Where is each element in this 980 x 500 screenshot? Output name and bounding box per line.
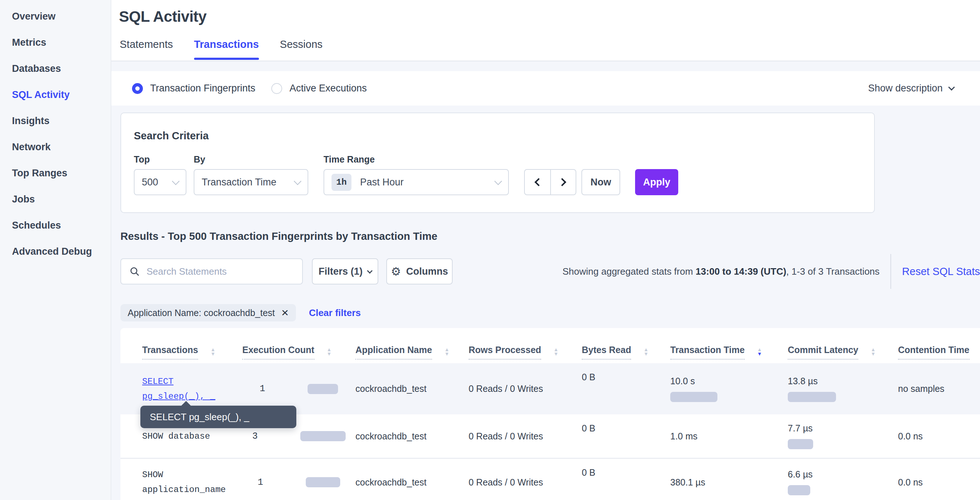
transaction-time-cell: 10.0 s: [670, 363, 788, 414]
sidebar-item-schedules[interactable]: Schedules: [0, 212, 111, 238]
top-select-value: 500: [142, 177, 158, 188]
transaction-link[interactable]: SHOW: [142, 467, 242, 482]
radio-transaction-fingerprints[interactable]: Transaction Fingerprints: [132, 83, 255, 94]
sidebar-item-metrics[interactable]: Metrics: [0, 29, 111, 56]
column-header-contention-time[interactable]: Contention Time ▲▼: [898, 345, 980, 360]
time-range-badge: 1h: [331, 174, 352, 191]
table-header-row: Transactions ▲▼ Execution Count ▲▼ Appli…: [121, 328, 980, 363]
filter-chip-application-name: Application Name: cockroachdb_test ×: [121, 304, 296, 322]
radio-unselected-icon: [271, 83, 282, 94]
search-criteria-controls: Top 500 By Transaction Time Time Range: [134, 154, 874, 195]
now-button[interactable]: Now: [581, 169, 620, 195]
transaction-link[interactable]: pg_sleep(_), _: [142, 389, 242, 404]
column-header-commit-latency[interactable]: Commit Latency ▲▼: [788, 345, 898, 360]
search-criteria-card: Search Criteria Top 500 By Transaction T…: [121, 113, 875, 213]
tab-transactions[interactable]: Transactions: [194, 38, 259, 60]
column-header-execution-count[interactable]: Execution Count ▲▼: [242, 345, 355, 360]
sidebar-item-databases[interactable]: Databases: [0, 56, 111, 82]
sql-tooltip: SELECT pg_sleep(_), _: [140, 406, 296, 428]
radio-active-executions[interactable]: Active Executions: [271, 83, 367, 94]
chevron-right-icon: [558, 178, 566, 186]
next-time-button[interactable]: [550, 170, 576, 194]
tab-statements[interactable]: Statements: [120, 38, 173, 60]
commit-latency-bar: [788, 392, 836, 402]
sort-icon[interactable]: ▲▼: [210, 347, 215, 360]
sidebar: Overview Metrics Databases SQL Activity …: [0, 0, 111, 500]
sidebar-item-insights[interactable]: Insights: [0, 108, 111, 134]
rows-processed-cell: 0 Reads / 0 Writes: [469, 363, 582, 414]
sidebar-item-overview[interactable]: Overview: [0, 3, 111, 29]
column-header-transactions[interactable]: Transactions ▲▼: [142, 345, 242, 360]
execution-count-bar: [306, 477, 340, 487]
sort-icon-active-desc[interactable]: ▲▼: [757, 347, 762, 360]
close-icon[interactable]: ×: [282, 308, 289, 317]
time-range-field: Time Range 1h Past Hour: [323, 154, 517, 195]
tab-sessions[interactable]: Sessions: [280, 38, 323, 60]
sort-icon[interactable]: ▲▼: [554, 347, 558, 360]
bytes-read-cell: 0 B: [582, 459, 670, 500]
commit-latency-cell: 6.6 µs: [788, 459, 898, 500]
search-icon: [129, 266, 140, 277]
sort-icon[interactable]: ▲▼: [643, 347, 649, 360]
transaction-link[interactable]: SELECT: [142, 374, 242, 389]
chevron-down-icon: [172, 177, 180, 185]
results-toolbar: Filters (1) ⚙ Columns Showing aggregated…: [121, 254, 980, 289]
sort-icon[interactable]: ▲▼: [327, 347, 332, 360]
bytes-read-cell: 0 B: [582, 363, 670, 414]
sidebar-item-sql-activity[interactable]: SQL Activity: [0, 82, 111, 108]
apply-button[interactable]: Apply: [635, 169, 678, 195]
radio-selected-icon: [132, 83, 143, 94]
chevron-down-icon: [367, 268, 372, 274]
clear-filters-link[interactable]: Clear filters: [309, 307, 361, 318]
show-description-label: Show description: [868, 83, 943, 94]
by-select-value: Transaction Time: [202, 177, 276, 188]
show-description-toggle[interactable]: Show description: [868, 83, 954, 94]
reset-sql-stats-link[interactable]: Reset SQL Stats: [902, 266, 980, 277]
search-statements-box: [121, 258, 303, 285]
top-select[interactable]: 500: [134, 169, 186, 195]
rows-processed-cell: 0 Reads / 0 Writes: [469, 459, 582, 500]
column-header-rows-processed[interactable]: Rows Processed ▲▼: [469, 345, 582, 360]
by-label: By: [194, 154, 316, 165]
by-select[interactable]: Transaction Time: [194, 169, 308, 195]
columns-button[interactable]: ⚙ Columns: [386, 258, 453, 285]
transaction-time-cell: 1.0 ms: [670, 414, 788, 458]
time-range-select[interactable]: 1h Past Hour: [323, 169, 509, 195]
chevron-down-icon: [294, 177, 301, 185]
chevron-down-icon: [948, 84, 955, 90]
sort-icon[interactable]: ▲▼: [444, 347, 449, 360]
vertical-divider: [891, 254, 891, 289]
radio-label: Active Executions: [290, 83, 367, 94]
transaction-time-bar: [670, 392, 718, 402]
contention-time-cell: 0.0 ns: [898, 459, 980, 500]
transaction-link[interactable]: SHOW database: [142, 429, 242, 444]
aggregated-stats-text: Showing aggregated stats from 13:00 to 1…: [563, 266, 880, 277]
sort-icon[interactable]: ▲▼: [870, 347, 875, 360]
filters-label: Filters (1): [318, 266, 363, 277]
page-header: SQL Activity Statements Transactions Ses…: [111, 0, 980, 61]
main-content: SQL Activity Statements Transactions Ses…: [111, 0, 980, 500]
transaction-link[interactable]: application_name: [142, 482, 242, 497]
sidebar-item-network[interactable]: Network: [0, 134, 111, 160]
column-header-bytes-read[interactable]: Bytes Read ▲▼: [582, 345, 670, 360]
application-name-cell: cockroachdb_test: [355, 459, 469, 500]
table-row: SHOW application_name 1 cockroachdb_test…: [121, 458, 980, 500]
sidebar-item-advanced-debug[interactable]: Advanced Debug: [0, 238, 111, 264]
transactions-table: Transactions ▲▼ Execution Count ▲▼ Appli…: [121, 328, 980, 500]
commit-latency-bar: [788, 439, 813, 449]
filter-chip-label: Application Name: cockroachdb_test: [128, 308, 275, 318]
sidebar-item-jobs[interactable]: Jobs: [0, 186, 111, 212]
transaction-fingerprint-cell: SHOW application_name: [142, 459, 242, 500]
columns-label: Columns: [406, 266, 448, 277]
time-range-value: Past Hour: [360, 177, 404, 188]
sidebar-item-top-ranges[interactable]: Top Ranges: [0, 160, 111, 186]
filters-button[interactable]: Filters (1): [312, 258, 378, 285]
previous-time-button[interactable]: [525, 170, 550, 194]
column-header-transaction-time[interactable]: Transaction Time ▲▼: [670, 345, 788, 360]
top-field: Top 500: [134, 154, 186, 195]
contention-time-cell: no samples: [898, 363, 980, 414]
column-header-application-name[interactable]: Application Name ▲▼: [355, 345, 469, 360]
commit-latency-cell: 13.8 µs: [788, 363, 898, 414]
search-statements-input[interactable]: [146, 266, 299, 277]
application-name-cell: cockroachdb_test: [355, 363, 469, 414]
